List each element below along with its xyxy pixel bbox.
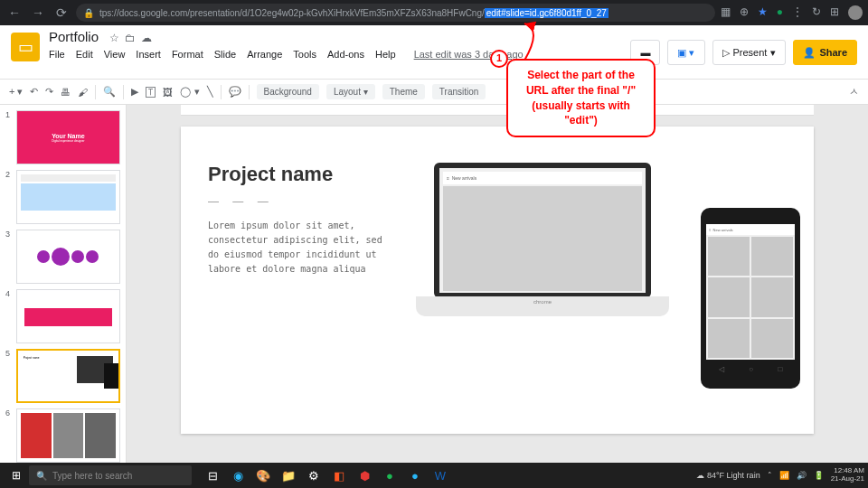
paint-format-button[interactable]: 🖌 — [78, 87, 88, 98]
document-title[interactable]: Portfolio — [49, 29, 99, 44]
lock-icon: 🔒 — [83, 8, 94, 18]
windows-taskbar: ⊞ 🔍 Type here to search ⊟ ◉ 🎨 📁 ⚙ ◧ ⬢ ● … — [0, 463, 868, 488]
textbox-tool[interactable]: 🅃 — [146, 87, 156, 98]
redo-button[interactable]: ↷ — [45, 86, 53, 98]
profile-icon[interactable] — [848, 5, 863, 20]
cloud-icon[interactable]: ☁ — [141, 32, 152, 44]
volume-icon[interactable]: 🔊 — [797, 471, 807, 480]
slide-body[interactable]: Lorem ipsum dolor sit amet, consectetur … — [208, 219, 389, 277]
slide-thumb-1[interactable]: Your NameDigital experience designer — [16, 110, 120, 164]
app-header: ▭ Portfolio ☆ 🗀 ☁ File Edit View Insert … — [0, 25, 868, 80]
slide-title[interactable]: Project name — [208, 163, 389, 186]
menu-slide[interactable]: Slide — [214, 49, 236, 60]
annotation-callout: 1 Select the part of the URL after the f… — [506, 59, 656, 137]
menu-view[interactable]: View — [104, 49, 126, 60]
annotation-number: 1 — [490, 50, 508, 68]
url-text: tps://docs.google.com/presentation/d/1O2… — [99, 8, 609, 18]
settings-icon[interactable]: ⚙ — [302, 464, 326, 487]
spotify-icon[interactable]: ● — [378, 464, 401, 487]
app-icon[interactable]: ● — [403, 464, 427, 487]
slide-thumb-5[interactable]: Project name — [16, 349, 120, 403]
theme-button[interactable]: Theme — [382, 84, 425, 99]
start-button[interactable]: ⊞ — [4, 463, 29, 488]
ruler-horizontal — [181, 105, 814, 116]
star-icon[interactable]: ☆ — [109, 32, 119, 44]
tray-chevron-icon[interactable]: ˄ — [768, 471, 772, 480]
line-tool[interactable]: ╲ — [207, 86, 213, 98]
laptop-mockup: ≡ New arrivals chrome — [416, 163, 669, 343]
menu-tools[interactable]: Tools — [293, 49, 316, 60]
comment-tool[interactable]: 💬 — [229, 86, 241, 98]
menu-help[interactable]: Help — [375, 49, 396, 60]
weather-widget[interactable]: ☁ 84°F Light rain — [696, 471, 760, 480]
menu-arrange[interactable]: Arrange — [247, 49, 282, 60]
present-button[interactable]: ▷ Present ▾ — [712, 40, 787, 65]
url-selection: edit#slide=id.gc6f80d1ff_0_27 — [485, 8, 609, 18]
move-icon[interactable]: 🗀 — [125, 32, 136, 44]
shape-tool[interactable]: ◯ ▾ — [180, 86, 199, 98]
filmstrip: 1Your NameDigital experience designer 2 … — [0, 105, 127, 463]
zoom-button[interactable]: 🔍 — [103, 86, 116, 98]
slide-thumb-3[interactable] — [16, 230, 120, 284]
select-tool[interactable]: ▶ — [131, 86, 138, 98]
layout-button[interactable]: Layout ▾ — [326, 84, 375, 99]
canvas: Project name — — — Lorem ipsum dolor sit… — [127, 105, 868, 463]
app-icon[interactable]: ◧ — [327, 464, 351, 487]
address-bar[interactable]: 🔒 tps://docs.google.com/presentation/d/1… — [76, 4, 715, 22]
reload-button[interactable]: ⟳ — [52, 4, 71, 22]
current-slide[interactable]: Project name — — — Lorem ipsum dolor sit… — [181, 127, 814, 434]
toolbar: + ▾ ↶ ↷ 🖶 🖌 🔍 ▶ 🅃 🖼 ◯ ▾ ╲ 💬 Background L… — [0, 80, 868, 105]
menu-format[interactable]: Format — [172, 49, 203, 60]
word-icon[interactable]: W — [429, 464, 452, 487]
menu-file[interactable]: File — [49, 49, 65, 60]
slide-thumb-4[interactable] — [16, 289, 120, 343]
slideshow-dropdown[interactable]: ▣ ▾ — [667, 40, 704, 65]
paint-icon[interactable]: 🎨 — [251, 464, 275, 487]
edge-icon[interactable]: ◉ — [226, 464, 250, 487]
transition-button[interactable]: Transition — [432, 84, 486, 99]
browser-toolbar: ← → ⟳ 🔒 tps://docs.google.com/presentati… — [0, 0, 868, 25]
clock[interactable]: 12:48 AM21-Aug-21 — [831, 467, 864, 483]
wifi-icon[interactable]: 📶 — [779, 471, 789, 480]
taskview-icon[interactable]: ⊟ — [201, 464, 224, 487]
print-button[interactable]: 🖶 — [61, 87, 71, 98]
toolbar-up-icon[interactable]: ㅅ — [849, 85, 859, 99]
ext-icon[interactable]: ● — [777, 5, 783, 20]
ext-icon[interactable]: ⋮ — [792, 5, 803, 20]
slide-thumb-2[interactable] — [16, 170, 120, 224]
annotation-text: Select the part of the URL after the fin… — [526, 69, 636, 127]
bookmark-icon[interactable]: ★ — [758, 5, 768, 20]
share-button[interactable]: 👤 Share — [793, 40, 857, 65]
extension-icons: ▦ ⊕ ★ ● ⋮ ↻ ⊞ — [721, 5, 863, 20]
taskbar-search[interactable]: 🔍 Type here to search — [29, 465, 192, 485]
slide-thumb-6[interactable] — [16, 408, 120, 463]
new-slide-button[interactable]: + ▾ — [9, 86, 23, 98]
office-icon[interactable]: ⬢ — [353, 464, 376, 487]
slides-logo-icon[interactable]: ▭ — [11, 33, 40, 61]
ext-icon[interactable]: ↻ — [812, 5, 821, 20]
forward-button[interactable]: → — [29, 4, 47, 22]
background-button[interactable]: Background — [257, 84, 319, 99]
undo-button[interactable]: ↶ — [30, 86, 38, 98]
ext-icon[interactable]: ▦ — [721, 5, 731, 20]
battery-icon[interactable]: 🔋 — [814, 471, 824, 480]
menu-insert[interactable]: Insert — [136, 49, 161, 60]
ext-icon[interactable]: ⊕ — [740, 5, 749, 20]
main-area: 1Your NameDigital experience designer 2 … — [0, 105, 868, 463]
menu-addons[interactable]: Add-ons — [327, 49, 364, 60]
menu-edit[interactable]: Edit — [76, 49, 93, 60]
ext-icon[interactable]: ⊞ — [830, 5, 839, 20]
phone-mockup: ≡ New arrivals ◁○□ — [701, 208, 800, 389]
image-tool[interactable]: 🖼 — [163, 87, 173, 98]
back-button[interactable]: ← — [5, 4, 24, 22]
divider-dashes: — — — — [208, 195, 389, 208]
explorer-icon[interactable]: 📁 — [277, 464, 300, 487]
device-mockups: ≡ New arrivals chrome ≡ New arrivals ◁○□ — [407, 163, 787, 398]
